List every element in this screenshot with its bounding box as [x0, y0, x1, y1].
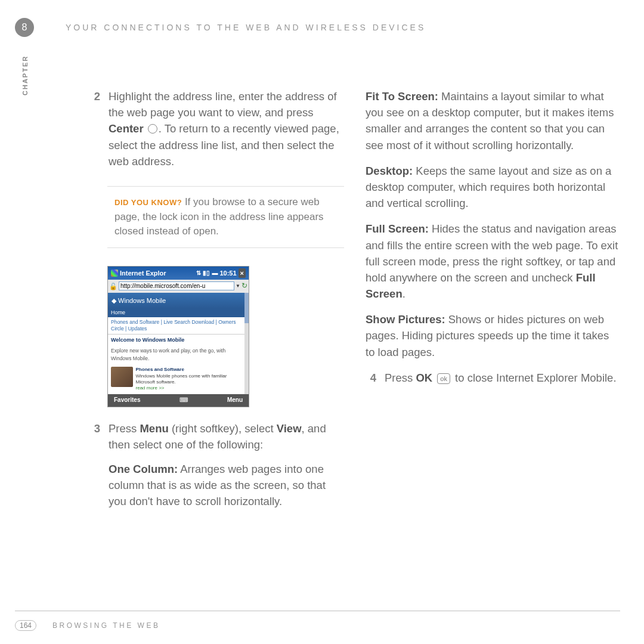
- step-4: 4 Press OK ok to close Internet Explorer…: [366, 370, 620, 386]
- content-area: 2 Highlight the address line, enter the …: [89, 88, 620, 530]
- callout-label: DID YOU KNOW?: [114, 198, 182, 207]
- text: .: [402, 287, 405, 300]
- step-body: Press OK ok to close Internet Explorer M…: [385, 370, 620, 386]
- full-screen-option: Full Screen: Hides the status and naviga…: [366, 221, 620, 302]
- one-column-option: One Column: Arranges web pages into one …: [109, 461, 344, 510]
- windows-flag-icon: [111, 270, 118, 277]
- step-body: Highlight the address line, enter the ad…: [109, 88, 344, 169]
- dropdown-icon: ▼: [236, 283, 240, 290]
- option-label: Desktop:: [366, 165, 413, 177]
- screenshot-welcome: Welcome to Windows Mobile: [108, 335, 249, 346]
- step-number: 3: [89, 420, 100, 519]
- read-more-link: read more >>: [136, 385, 165, 391]
- center-label: Center: [109, 122, 144, 135]
- battery-icon: ▬: [212, 269, 218, 278]
- screenshot-home: Home: [108, 308, 249, 317]
- text: to close Internet Explorer Mobile.: [455, 371, 616, 384]
- right-column: Fit To Screen: Maintains a layout simila…: [366, 88, 620, 530]
- close-icon: ×: [239, 268, 246, 278]
- step-body: Press Menu (right softkey), select View,…: [109, 420, 344, 519]
- step-2: 2 Highlight the address line, enter the …: [89, 88, 344, 169]
- screenshot-banner: ◆ Windows Mobile: [108, 293, 249, 308]
- text: . To return to a recently viewed page, s…: [109, 122, 339, 167]
- chapter-number: 8: [22, 22, 27, 33]
- step-number: 2: [89, 88, 100, 169]
- lock-icon: 🔓: [109, 281, 117, 291]
- text: Press: [385, 371, 416, 384]
- banner-text: Windows Mobile: [118, 297, 166, 304]
- screenshot-titlebar: Internet Explor ⇅ ▮▯ ▬ 10:51 ×: [108, 267, 249, 280]
- option-label: One Column:: [109, 463, 178, 475]
- ie-mobile-screenshot: Internet Explor ⇅ ▮▯ ▬ 10:51 × 🔓 ▼ ↻ ◆ W…: [107, 266, 249, 407]
- keyboard-icon: ⌨: [179, 396, 188, 405]
- screenshot-time: 10:51: [219, 268, 236, 278]
- footer-section: BROWSING THE WEB: [52, 621, 160, 630]
- ok-button-icon: ok: [437, 373, 450, 384]
- option-label: Full Screen:: [366, 222, 429, 235]
- feature-desc: Windows Mobile phones come with familiar…: [136, 373, 227, 385]
- ok-label: OK: [416, 371, 432, 384]
- did-you-know-callout: DID YOU KNOW? If you browse to a secure …: [107, 186, 344, 248]
- menu-label: Menu: [140, 422, 168, 435]
- screenshot-viewport: ◆ Windows Mobile Home Phones and Softwar…: [108, 293, 249, 394]
- inline-icon: ◆: [112, 297, 118, 304]
- desktop-option: Desktop: Keeps the same layout and size …: [366, 163, 620, 212]
- show-pictures-option: Show Pictures: Shows or hides pictures o…: [366, 311, 620, 360]
- signal-bars-icon: ▮▯: [203, 269, 210, 278]
- screenshot-links: Phones and Software | Live Search Downlo…: [108, 317, 249, 335]
- fit-to-screen-option: Fit To Screen: Maintains a layout simila…: [366, 88, 620, 153]
- chapter-badge: 8: [15, 18, 34, 37]
- feature-text: Phones and Software Windows Mobile phone…: [136, 367, 246, 392]
- scrollbar: [244, 293, 249, 394]
- text: Highlight the address line, enter the ad…: [109, 90, 337, 119]
- chapter-label: CHAPTER: [21, 55, 29, 95]
- center-button-icon: [148, 124, 157, 134]
- text: (right softkey), select: [169, 422, 277, 435]
- url-input: [119, 281, 234, 290]
- screenshot-addressbar: 🔓 ▼ ↻: [108, 280, 249, 293]
- left-softkey: Favorites: [114, 396, 140, 405]
- feature-thumbnail: [111, 367, 133, 387]
- right-softkey: Menu: [227, 396, 243, 405]
- option-label: Fit To Screen:: [366, 90, 438, 103]
- step-3: 3 Press Menu (right softkey), select Vie…: [89, 420, 344, 519]
- left-column: 2 Highlight the address line, enter the …: [89, 88, 344, 530]
- footer-rule: [15, 611, 620, 611]
- option-label: Show Pictures:: [366, 313, 445, 326]
- screenshot-title: Internet Explor: [120, 268, 166, 278]
- screenshot-desc: Explore new ways to work and play, on th…: [108, 346, 249, 364]
- go-icon: ↻: [242, 281, 247, 292]
- step-number: 4: [366, 370, 376, 386]
- signal-icon: ⇅: [196, 269, 201, 278]
- header-title: YOUR CONNECTIONS TO THE WEB AND WIRELESS…: [66, 23, 426, 32]
- view-label: View: [277, 422, 302, 435]
- feature-title: Phones and Software: [136, 367, 246, 373]
- screenshot-softkeys: Favorites ⌨ Menu: [108, 394, 249, 407]
- page-number: 164: [15, 620, 36, 631]
- screenshot-feature: Phones and Software Windows Mobile phone…: [108, 364, 249, 394]
- text: Press: [109, 422, 140, 435]
- screenshot-body: ◆ Windows Mobile Home Phones and Softwar…: [108, 293, 249, 394]
